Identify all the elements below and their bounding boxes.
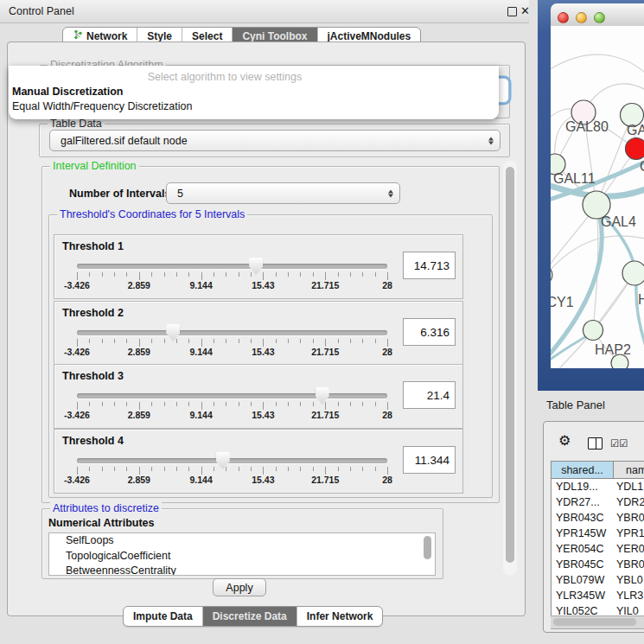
table-row[interactable]: YBR045CYBR0: [552, 557, 644, 572]
number-of-intervals-combobox[interactable]: 5: [166, 182, 400, 204]
tab-impute-data[interactable]: Impute Data: [124, 607, 202, 626]
tab-discretize-data[interactable]: Discretize Data: [202, 607, 296, 626]
threshold-row: Threshold 2 -3.4262.8599.14415.4321.7152…: [54, 301, 463, 366]
slider-scale-labels: -3.4262.8599.14415.4321.71528: [77, 280, 387, 290]
gear-icon[interactable]: ⚙: [558, 434, 571, 448]
threshold-value-field[interactable]: 21.4: [403, 381, 456, 409]
table-data-combobox[interactable]: galFiltered.sif default node: [49, 130, 501, 151]
bottom-tab-bar: Impute Data Discretize Data Infer Networ…: [123, 606, 383, 627]
threshold-slider-track[interactable]: [77, 458, 387, 463]
attributes-group-title: Attributes to discretize: [50, 502, 162, 514]
network-node-label: GAL11: [553, 171, 596, 186]
checkboxes-icon[interactable]: ☑☑: [610, 437, 628, 450]
network-node-label: GAL80: [565, 119, 609, 134]
threshold-label: Threshold 4: [62, 435, 124, 447]
attribute-list-item[interactable]: SelfLoops: [49, 533, 435, 549]
column-header-shared-name[interactable]: shared...: [552, 462, 614, 479]
table-row[interactable]: YPR145WYPR1: [552, 526, 644, 541]
network-node-label: HAP2: [595, 342, 631, 357]
interval-definition-title: Interval Definition: [50, 160, 139, 172]
network-node[interactable]: [611, 354, 628, 368]
table-horizontal-scrollbar[interactable]: [551, 615, 644, 629]
slider-scale-labels: -3.4262.8599.14415.4321.71528: [77, 475, 387, 485]
network-node[interactable]: [622, 261, 644, 285]
spinner-arrows-icon: [388, 189, 393, 197]
network-node-label: H: [638, 292, 644, 307]
table-row[interactable]: YER054CYER0: [552, 541, 644, 557]
table-row[interactable]: YBR043CYBR0: [552, 510, 644, 526]
threshold-slider-track[interactable]: [77, 330, 387, 335]
network-window-titlebar: [551, 3, 644, 27]
threshold-label: Threshold 1: [62, 240, 124, 252]
zoom-traffic-light-icon[interactable]: [594, 12, 605, 23]
threshold-row: Threshold 1 -3.4262.8599.14415.4321.7152…: [54, 234, 463, 299]
network-nodes: GAL80GACGAL11GAL4GCY1HHAP2: [551, 100, 644, 368]
numerical-attributes-heading: Numerical Attributes: [48, 517, 154, 529]
minimize-traffic-light-icon[interactable]: [576, 12, 587, 23]
node-table[interactable]: shared... name YDL19...YDL1YDR27...YDR2Y…: [551, 461, 644, 617]
table-row[interactable]: YLR345WYLR3: [552, 588, 644, 603]
table-row[interactable]: YDL19...YDL1: [552, 479, 644, 494]
threshold-value-field[interactable]: 14.713: [403, 252, 456, 279]
network-node-label: GA: [627, 123, 644, 137]
slider-scale-labels: -3.4262.8599.14415.4321.71528: [77, 410, 387, 420]
dropdown-option-manual[interactable]: Manual Discretization: [12, 86, 124, 98]
slider-scale-labels: -3.4262.8599.14415.4321.71528: [77, 347, 387, 357]
dropdown-prompt: Select algorithm to view settings: [9, 71, 441, 83]
column-header-name[interactable]: name: [614, 462, 644, 479]
numerical-attributes-list[interactable]: SelfLoopsTopologicalCoefficientBetweenne…: [48, 532, 436, 576]
table-data-group-title: Table Data: [48, 118, 105, 130]
threshold-value-field[interactable]: 6.316: [403, 318, 456, 346]
close-traffic-light-icon[interactable]: [558, 12, 569, 23]
network-node-label: GAL4: [601, 214, 636, 229]
threshold-row: Threshold 3 -3.4262.8599.14415.4321.7152…: [54, 364, 463, 429]
threshold-label: Threshold 3: [62, 370, 124, 382]
algorithm-dropdown-popup: Select algorithm to view settings Manual…: [9, 66, 499, 119]
table-row[interactable]: YDR27...YDR2: [552, 494, 644, 510]
network-node[interactable]: [583, 321, 603, 341]
float-window-icon[interactable]: [507, 7, 517, 16]
panel-vertical-scrollbar[interactable]: [503, 161, 517, 576]
attributes-list-scrollbar[interactable]: [423, 534, 432, 572]
table-panel-title: Table Panel: [546, 399, 605, 411]
threshold-slider-track[interactable]: [77, 393, 387, 399]
threshold-slider-track[interactable]: [77, 264, 387, 269]
dropdown-option-equal-width[interactable]: Equal Width/Frequency Discretization: [12, 100, 192, 112]
network-node-label: C: [640, 159, 644, 174]
threshold-row: Threshold 4 -3.4262.8599.14415.4321.7152…: [54, 429, 463, 494]
threshold-coordinates-title: Threshold's Coordinates for 5 Intervals: [57, 208, 247, 220]
number-of-intervals-label: Number of Intervals: [69, 188, 170, 200]
split-columns-icon[interactable]: [588, 437, 603, 450]
table-data-group: Table Data galFiltered.sif default node: [39, 124, 510, 157]
attribute-list-item[interactable]: TopologicalCoefficient: [49, 549, 435, 564]
network-canvas[interactable]: GAL80GACGAL11GAL4GCY1HHAP2: [551, 26, 644, 368]
threshold-value-field[interactable]: 11.344: [403, 446, 456, 474]
threshold-label: Threshold 2: [62, 307, 124, 319]
network-node[interactable]: [626, 138, 644, 160]
apply-button[interactable]: Apply: [213, 578, 266, 596]
spinner-arrows-icon: [488, 137, 494, 144]
panel-title: Control Panel: [9, 5, 74, 17]
network-node-label: GCY1: [551, 295, 574, 309]
tab-infer-network[interactable]: Infer Network: [296, 607, 383, 626]
table-row[interactable]: YBL079WYBL0: [552, 572, 644, 588]
attribute-list-item[interactable]: BetweennessCentrality: [49, 564, 435, 576]
control-panel-titlebar: Control Panel ✕: [0, 0, 529, 23]
